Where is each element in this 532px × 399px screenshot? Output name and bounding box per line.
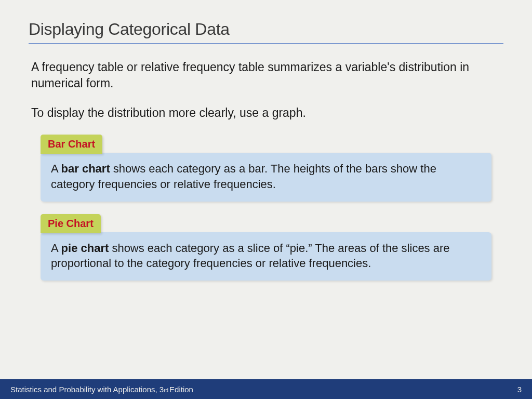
slide: Displaying Categorical Data A frequency … (0, 0, 532, 399)
pie-chart-callout: Pie Chart A pie chart shows each categor… (41, 214, 491, 281)
slide-content: A frequency table or relative frequency … (0, 44, 532, 281)
pie-chart-rest: shows each category as a slice of “pie.”… (51, 242, 450, 270)
bar-chart-prefix: A (51, 162, 61, 175)
pie-chart-prefix: A (51, 242, 61, 255)
bar-chart-callout: Bar Chart A bar chart shows each categor… (41, 135, 491, 201)
pie-chart-definition: A pie chart shows each category as a sli… (41, 232, 491, 281)
slide-title: Displaying Categorical Data (0, 0, 532, 43)
footer-book-pre: Statistics and Probability with Applicat… (10, 385, 164, 394)
intro-paragraph-1: A frequency table or relative frequency … (31, 59, 501, 91)
pie-chart-tab: Pie Chart (41, 214, 101, 233)
bar-chart-term: bar chart (61, 162, 110, 175)
footer-book-post: Edition (169, 385, 193, 394)
slide-footer: Statistics and Probability with Applicat… (0, 379, 532, 399)
page-number: 3 (517, 385, 522, 394)
footer-book-title: Statistics and Probability with Applicat… (10, 385, 193, 394)
footer-ordinal: rd (164, 388, 168, 393)
bar-chart-definition: A bar chart shows each category as a bar… (41, 153, 491, 201)
bar-chart-tab: Bar Chart (41, 135, 102, 154)
intro-paragraph-2: To display the distribution more clearly… (31, 105, 501, 121)
pie-chart-term: pie chart (61, 242, 109, 255)
